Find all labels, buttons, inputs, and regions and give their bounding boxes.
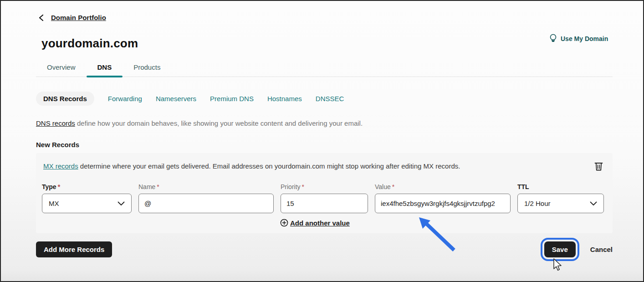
delete-record-button[interactable] [594, 161, 603, 173]
required-marker: * [392, 183, 394, 190]
mx-warning-text: MX records determine where your email ge… [43, 162, 569, 170]
tab-dns[interactable]: DNS [87, 61, 123, 77]
primary-tabs: Overview DNS Products [36, 61, 613, 77]
priority-input[interactable] [281, 194, 368, 213]
save-button-highlight-ring: Save [541, 238, 579, 261]
dns-intro-text: DNS records define how your domain behav… [36, 119, 363, 127]
cancel-button[interactable]: Cancel [590, 246, 613, 253]
tab-overview[interactable]: Overview [36, 61, 87, 77]
name-input[interactable] [138, 194, 274, 213]
subtab-dnssec[interactable]: DNSSEC [316, 92, 344, 106]
lightbulb-icon [549, 34, 557, 43]
add-more-records-button[interactable]: Add More Records [36, 241, 112, 257]
subtab-forwarding[interactable]: Forwarding [108, 92, 142, 106]
new-record-card: MX records determine where your email ge… [36, 153, 613, 233]
tab-products[interactable]: Products [123, 61, 171, 77]
field-name: Name* [138, 183, 274, 213]
use-my-domain-label: Use My Domain [561, 35, 608, 42]
field-ttl: TTL 1/2 Hour [517, 183, 604, 213]
trash-icon [594, 161, 603, 171]
type-label: Type* [42, 183, 132, 190]
value-input[interactable] [375, 194, 511, 213]
type-select[interactable]: MX [42, 194, 132, 213]
footer-right-group: Save Cancel [541, 238, 613, 261]
required-marker: * [157, 183, 159, 190]
mx-records-link[interactable]: MX records [43, 162, 78, 170]
name-label: Name* [138, 183, 274, 190]
subtab-hostnames[interactable]: Hostnames [267, 92, 302, 106]
required-marker: * [302, 183, 304, 190]
record-fields-row: Type* MX Name* Priority* [42, 183, 604, 213]
ttl-label: TTL [517, 183, 604, 190]
ttl-select[interactable]: 1/2 Hour [517, 194, 604, 213]
footer-actions: Add More Records Save Cancel [36, 238, 613, 261]
subtab-premium-dns[interactable]: Premium DNS [210, 92, 254, 106]
page-title: yourdomain.com [41, 36, 138, 51]
field-priority: Priority* [281, 183, 368, 213]
chevron-down-icon [590, 201, 597, 206]
type-select-value: MX [49, 200, 59, 207]
required-marker: * [58, 183, 60, 190]
value-label: Value* [375, 183, 511, 190]
breadcrumb: Domain Portfolio [38, 14, 106, 21]
ttl-select-value: 1/2 Hour [524, 200, 551, 207]
add-another-value-button[interactable]: Add another value [280, 219, 350, 227]
back-to-portfolio-link[interactable]: Domain Portfolio [51, 14, 106, 21]
dns-intro-rest: define how your domain behaves, like sho… [75, 119, 363, 127]
dns-records-link[interactable]: DNS records [36, 119, 75, 127]
chevron-down-icon [118, 201, 125, 206]
subtab-dns-records[interactable]: DNS Records [36, 92, 94, 106]
save-button[interactable]: Save [544, 241, 576, 257]
priority-label: Priority* [281, 183, 368, 190]
add-another-value-label: Add another value [290, 219, 350, 227]
subtab-nameservers[interactable]: Nameservers [156, 92, 196, 106]
use-my-domain-button[interactable]: Use My Domain [549, 34, 608, 43]
new-records-heading: New Records [36, 141, 79, 149]
field-value: Value* [375, 183, 511, 213]
chevron-left-icon [38, 14, 45, 21]
mx-warning-rest: determine where your email gets delivere… [78, 162, 460, 170]
dns-management-page: Domain Portfolio yourdomain.com Use My D… [0, 0, 644, 282]
dns-subtabs: DNS Records Forwarding Nameservers Premi… [36, 92, 344, 106]
field-type: Type* MX [42, 183, 132, 213]
plus-circle-icon [280, 219, 288, 227]
